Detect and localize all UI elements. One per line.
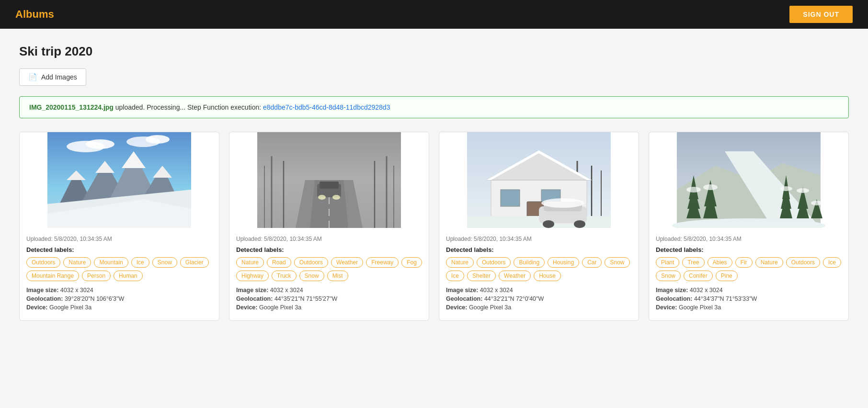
- photo-card: Uploaded: 5/8/2020, 10:34:35 AMDetected …: [19, 132, 219, 321]
- photo-image-3: [439, 132, 639, 230]
- main-content: Ski trip 2020 📄 Add Images IMG_20200115_…: [0, 29, 868, 408]
- svg-point-29: [332, 195, 340, 200]
- svg-rect-25: [257, 132, 401, 228]
- label-tag: Shelter: [467, 271, 496, 281]
- label-tag: Road: [267, 257, 291, 268]
- photo-card-body: Uploaded: 5/8/2020, 10:34:35 AMDetected …: [649, 230, 848, 311]
- label-tag: Outdoors: [786, 257, 820, 268]
- svg-rect-37: [501, 190, 520, 206]
- label-tag: Snow: [299, 271, 324, 281]
- label-tag: Nature: [755, 257, 783, 268]
- svg-point-44: [543, 220, 554, 228]
- device-label: Device:: [26, 304, 47, 311]
- upload-filename: IMG_20200115_131224.jpg: [29, 103, 114, 111]
- svg-point-56: [703, 184, 718, 190]
- labels-container: PlantTreeAbiesFirNatureOutdoorsIceSnowCo…: [656, 257, 842, 281]
- photo-image-1: [20, 132, 219, 230]
- label-tag: Snow: [152, 257, 177, 268]
- device-label: Device:: [236, 304, 257, 311]
- svg-point-63: [797, 188, 809, 193]
- svg-point-53: [686, 187, 701, 193]
- photo-grid: Uploaded: 5/8/2020, 10:34:35 AMDetected …: [19, 132, 849, 321]
- svg-point-2: [86, 139, 114, 149]
- photo-card-body: Uploaded: 5/8/2020, 10:34:35 AMDetected …: [229, 230, 429, 311]
- svg-point-46: [541, 198, 584, 208]
- image-size-line: Image size: 4032 x 3024: [236, 287, 422, 294]
- label-tag: Snow: [605, 257, 629, 268]
- image-size-label: Image size:: [446, 287, 478, 294]
- svg-point-65: [811, 201, 822, 205]
- label-tag: Nature: [236, 257, 264, 268]
- labels-container: NatureOutdoorsBuildingHousingCarSnowIceS…: [446, 257, 632, 281]
- labels-container: NatureRoadOutdoorsWeatherFreewayFogHighw…: [236, 257, 422, 281]
- add-images-label: Add Images: [41, 73, 77, 81]
- label-tag: Snow: [656, 271, 681, 281]
- label-tag: Conifer: [684, 271, 713, 281]
- geolocation-label: Geolocation:: [446, 295, 482, 302]
- geolocation-line: Geolocation: 44°35'21"N 71°55'27"W: [236, 295, 422, 302]
- page-title: Ski trip 2020: [19, 44, 849, 59]
- upload-message: uploaded. Processing... Step Function ex…: [114, 103, 263, 111]
- label-tag: Mountain: [94, 257, 128, 268]
- detected-labels-title: Detected labels:: [446, 246, 632, 253]
- image-size-line: Image size: 4032 x 3024: [656, 287, 842, 294]
- label-tag: Ice: [823, 257, 841, 268]
- label-tag: Truck: [272, 271, 297, 281]
- label-tag: Fog: [401, 257, 422, 268]
- geolocation-line: Geolocation: 44°34'37"N 71°53'33"W: [656, 295, 842, 302]
- label-tag: Ice: [446, 271, 464, 281]
- svg-point-4: [146, 135, 170, 144]
- geolocation-label: Geolocation:: [236, 295, 273, 302]
- svg-point-60: [780, 186, 792, 191]
- document-icon: 📄: [28, 73, 37, 81]
- uploaded-time: Uploaded: 5/8/2020, 10:34:35 AM: [446, 236, 632, 242]
- image-size-label: Image size:: [236, 287, 268, 294]
- geolocation-line: Geolocation: 44°32'21"N 72°0'40"W: [446, 295, 632, 302]
- photo-card: Uploaded: 5/8/2020, 10:34:35 AMDetected …: [229, 132, 429, 321]
- photo-card: Uploaded: 5/8/2020, 10:34:35 AMDetected …: [649, 132, 849, 321]
- uploaded-time: Uploaded: 5/8/2020, 10:34:35 AM: [236, 236, 422, 242]
- label-tag: Person: [82, 271, 111, 281]
- device-line: Device: Google Pixel 3a: [656, 304, 842, 311]
- add-images-button[interactable]: 📄 Add Images: [19, 68, 86, 86]
- upload-notification: IMG_20200115_131224.jpg uploaded. Proces…: [19, 96, 849, 118]
- device-line: Device: Google Pixel 3a: [26, 304, 212, 311]
- label-tag: Weather: [499, 271, 531, 281]
- photo-card-body: Uploaded: 5/8/2020, 10:34:35 AMDetected …: [439, 230, 639, 311]
- device-line: Device: Google Pixel 3a: [446, 304, 632, 311]
- image-size-label: Image size:: [26, 287, 58, 294]
- label-tag: Building: [514, 257, 545, 268]
- device-label: Device:: [656, 304, 677, 311]
- geolocation-label: Geolocation:: [656, 295, 692, 302]
- label-tag: Outdoors: [26, 257, 60, 268]
- label-tag: Ice: [131, 257, 149, 268]
- uploaded-time: Uploaded: 5/8/2020, 10:34:35 AM: [26, 236, 212, 242]
- label-tag: Human: [114, 271, 143, 281]
- image-size-line: Image size: 4032 x 3024: [446, 287, 632, 294]
- label-tag: Fir: [735, 257, 753, 268]
- photo-image-4: [649, 132, 848, 230]
- sign-out-button[interactable]: SIGN OUT: [789, 6, 853, 23]
- svg-rect-27: [320, 181, 339, 189]
- labels-container: OutdoorsNatureMountainIceSnowGlacierMoun…: [26, 257, 212, 281]
- label-tag: Freeway: [366, 257, 399, 268]
- label-tag: Housing: [548, 257, 579, 268]
- label-tag: Outdoors: [477, 257, 511, 268]
- app-title: Albums: [15, 8, 54, 21]
- geolocation-label: Geolocation:: [26, 295, 63, 302]
- label-tag: Weather: [331, 257, 363, 268]
- label-tag: Glacier: [180, 257, 209, 268]
- label-tag: Mountain Range: [26, 271, 79, 281]
- image-size-line: Image size: 4032 x 3024: [26, 287, 212, 294]
- label-tag: Pine: [716, 271, 738, 281]
- label-tag: Car: [582, 257, 602, 268]
- label-tag: Mist: [327, 271, 348, 281]
- detected-labels-title: Detected labels:: [26, 246, 212, 253]
- svg-point-45: [574, 220, 585, 228]
- label-tag: Nature: [446, 257, 474, 268]
- svg-point-28: [318, 195, 326, 200]
- label-tag: Highway: [236, 271, 269, 281]
- photo-card-body: Uploaded: 5/8/2020, 10:34:35 AMDetected …: [20, 230, 219, 311]
- uploaded-time: Uploaded: 5/8/2020, 10:34:35 AM: [656, 236, 842, 242]
- execution-link[interactable]: e8ddbe7c-bdb5-46cd-8d48-11dbcd2928d3: [263, 103, 390, 111]
